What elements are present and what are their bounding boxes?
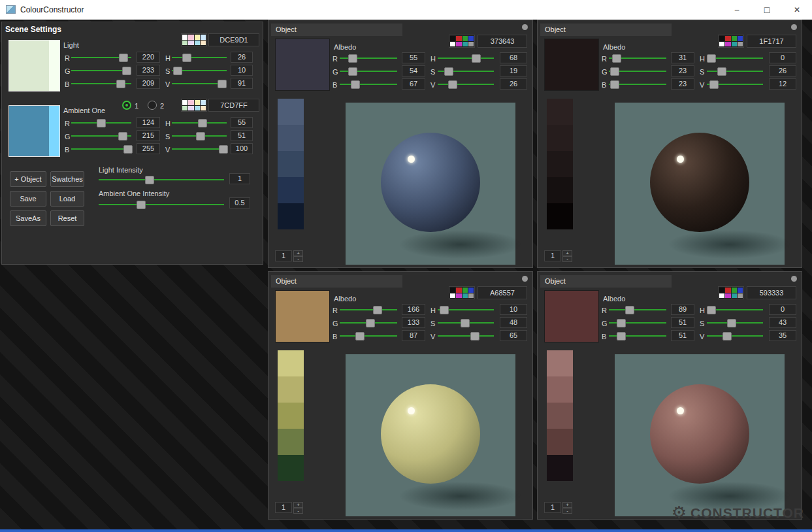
shade-swatch[interactable] xyxy=(278,125,304,151)
ambient-palette-icon[interactable] xyxy=(181,99,207,112)
count-increment-button[interactable]: + xyxy=(562,250,572,256)
save-button[interactable]: Save xyxy=(10,191,46,207)
albedo-r-value[interactable]: 89 xyxy=(671,304,694,315)
light-b-value[interactable]: 209 xyxy=(137,78,160,89)
ambient-b-slider[interactable] xyxy=(71,144,131,153)
object-count-field[interactable]: 1 xyxy=(544,502,561,513)
albedo-hex-field[interactable]: 1F1717 xyxy=(747,35,796,48)
albedo-h-slider[interactable] xyxy=(438,305,494,314)
light-intensity-slider[interactable] xyxy=(99,175,224,184)
light-h-slider[interactable] xyxy=(172,53,227,61)
load-button[interactable]: Load xyxy=(50,191,84,207)
albedo-b-value[interactable]: 87 xyxy=(402,330,425,341)
albedo-hex-field[interactable]: 373643 xyxy=(478,35,527,48)
light-s-value[interactable]: 10 xyxy=(231,65,253,76)
albedo-b-slider[interactable] xyxy=(340,80,397,88)
shade-swatch[interactable] xyxy=(278,99,304,125)
shade-swatch[interactable] xyxy=(278,177,304,203)
ambient-r-slider[interactable] xyxy=(71,118,131,127)
albedo-g-value[interactable]: 51 xyxy=(671,317,694,328)
albedo-h-value[interactable]: 10 xyxy=(500,304,527,315)
albedo-palette-icon[interactable] xyxy=(449,286,475,299)
albedo-v-value[interactable]: 65 xyxy=(500,330,527,341)
shade-swatch[interactable] xyxy=(547,455,573,481)
albedo-r-slider[interactable] xyxy=(609,305,666,314)
shade-swatch[interactable] xyxy=(278,350,304,376)
ambient-one-radio[interactable] xyxy=(122,101,131,110)
panel-options-icon[interactable] xyxy=(791,24,797,30)
ambient-intensity-value[interactable]: 0.5 xyxy=(229,197,250,208)
ambient-g-slider[interactable] xyxy=(71,131,131,140)
count-increment-button[interactable]: + xyxy=(293,250,303,256)
shade-swatch[interactable] xyxy=(278,203,304,229)
light-h-value[interactable]: 26 xyxy=(231,52,253,63)
reset-button[interactable]: Reset xyxy=(50,210,84,226)
albedo-s-value[interactable]: 43 xyxy=(769,317,796,328)
shade-swatch[interactable] xyxy=(278,151,304,177)
count-increment-button[interactable]: + xyxy=(562,502,572,508)
light-r-value[interactable]: 220 xyxy=(137,52,160,63)
ambient-v-value[interactable]: 100 xyxy=(231,143,253,154)
albedo-palette-icon[interactable] xyxy=(718,35,744,48)
albedo-swatch[interactable] xyxy=(275,290,330,342)
albedo-s-slider[interactable] xyxy=(707,318,763,327)
albedo-s-slider[interactable] xyxy=(707,67,763,75)
count-increment-button[interactable]: + xyxy=(293,502,303,508)
light-v-slider[interactable] xyxy=(172,79,227,88)
swatches-button[interactable]: Swatches xyxy=(50,171,84,187)
shade-swatch[interactable] xyxy=(547,350,573,376)
albedo-s-slider[interactable] xyxy=(438,67,494,75)
ambient-two-radio[interactable] xyxy=(148,101,157,110)
albedo-r-slider[interactable] xyxy=(340,305,397,314)
albedo-swatch[interactable] xyxy=(544,290,599,342)
albedo-swatch[interactable] xyxy=(544,39,599,91)
albedo-b-value[interactable]: 67 xyxy=(402,78,425,90)
shade-swatch[interactable] xyxy=(547,99,573,125)
light-v-value[interactable]: 91 xyxy=(231,78,253,89)
ambient-h-slider[interactable] xyxy=(172,118,227,127)
light-g-slider[interactable] xyxy=(71,66,131,75)
light-palette-icon[interactable] xyxy=(181,33,207,46)
albedo-b-slider[interactable] xyxy=(609,331,666,340)
light-color-swatch[interactable] xyxy=(8,40,60,91)
count-decrement-button[interactable]: - xyxy=(293,256,303,262)
ambient-color-swatch[interactable] xyxy=(8,105,60,157)
albedo-b-value[interactable]: 51 xyxy=(671,330,694,341)
albedo-r-value[interactable]: 166 xyxy=(402,304,425,315)
albedo-r-value[interactable]: 31 xyxy=(671,52,694,63)
count-decrement-button[interactable]: - xyxy=(562,256,572,262)
maximize-button[interactable]: □ xyxy=(752,0,782,20)
albedo-v-slider[interactable] xyxy=(707,331,763,340)
albedo-g-slider[interactable] xyxy=(340,67,397,75)
ambient-s-slider[interactable] xyxy=(172,131,227,140)
albedo-s-value[interactable]: 48 xyxy=(500,317,527,328)
light-r-slider[interactable] xyxy=(71,53,131,61)
shade-swatch[interactable] xyxy=(547,125,573,151)
close-button[interactable]: ✕ xyxy=(782,0,812,20)
albedo-g-slider[interactable] xyxy=(609,318,666,327)
albedo-hex-field[interactable]: 593333 xyxy=(747,286,796,299)
panel-options-icon[interactable] xyxy=(791,276,797,282)
ambient-h-value[interactable]: 55 xyxy=(231,117,253,128)
ambient-intensity-slider[interactable] xyxy=(99,200,224,208)
object-count-field[interactable]: 1 xyxy=(544,250,561,261)
albedo-s-value[interactable]: 19 xyxy=(500,65,527,76)
ambient-g-value[interactable]: 215 xyxy=(137,130,160,141)
ambient-hex-field[interactable]: 7CD7FF xyxy=(208,99,259,112)
albedo-hex-field[interactable]: A68557 xyxy=(478,286,527,299)
ambient-v-slider[interactable] xyxy=(172,144,227,153)
ambient-r-value[interactable]: 124 xyxy=(137,117,160,128)
panel-options-icon[interactable] xyxy=(522,276,528,282)
ambient-s-value[interactable]: 51 xyxy=(231,130,253,141)
albedo-r-slider[interactable] xyxy=(609,54,666,62)
albedo-g-value[interactable]: 133 xyxy=(402,317,425,328)
albedo-h-slider[interactable] xyxy=(438,54,494,62)
minimize-button[interactable]: – xyxy=(722,0,752,20)
light-hex-field[interactable]: DCE9D1 xyxy=(208,33,259,46)
count-decrement-button[interactable]: - xyxy=(293,508,303,514)
saveas-button[interactable]: SaveAs xyxy=(10,210,46,226)
albedo-palette-icon[interactable] xyxy=(449,35,475,48)
count-decrement-button[interactable]: - xyxy=(562,508,572,514)
albedo-s-value[interactable]: 26 xyxy=(769,65,796,76)
albedo-r-slider[interactable] xyxy=(340,54,397,62)
